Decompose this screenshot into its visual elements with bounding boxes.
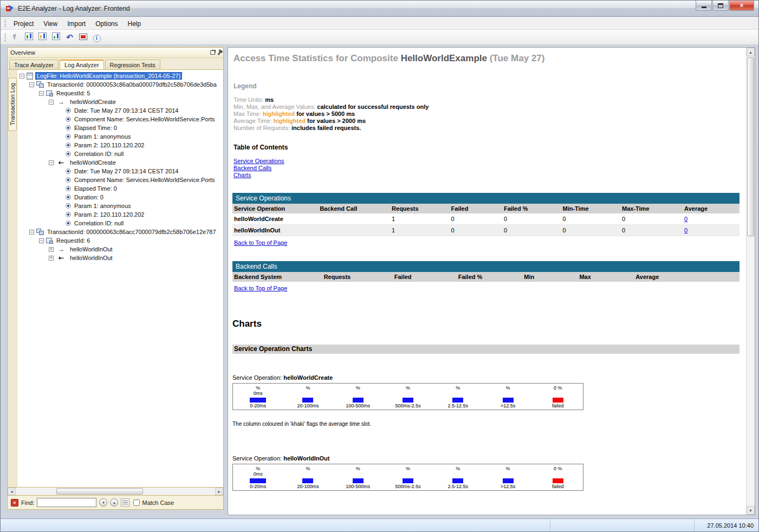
regression-chart-button[interactable] (50, 30, 62, 42)
legend-line: Number of Requests: includes failed requ… (233, 125, 739, 132)
report-vertical-scrollbar: ▲ ▼ (746, 48, 755, 515)
tree-node[interactable]: Elapsed Time: 0 (17, 124, 223, 132)
tree-node[interactable]: −LogFile: HelloWorldExample (transaction… (17, 72, 223, 80)
toc-link-backend-calls[interactable]: Backend Calls (233, 165, 739, 172)
menu-options[interactable]: Options (90, 18, 122, 29)
analyzer-chart-button[interactable] (36, 30, 49, 42)
expander-icon[interactable]: − (49, 100, 54, 105)
legend-label: Time Units: (233, 96, 265, 103)
tree-node[interactable]: −helloWorldCreate (17, 158, 223, 167)
toc-link-service-operations[interactable]: Service Operations (233, 158, 739, 165)
attribute-icon (66, 108, 71, 113)
tree-node[interactable]: Param 1: anonymous (17, 202, 223, 210)
screen-capture-button[interactable] (77, 31, 89, 43)
toc-link-charts[interactable]: Charts (233, 172, 739, 179)
attribute-icon (66, 220, 71, 226)
scroll-left-arrow-icon[interactable]: ◄ (8, 488, 16, 495)
tree-node[interactable]: +helloWorldInOut (17, 254, 223, 262)
regression-chart-icon (52, 33, 60, 40)
screen-capture-icon (79, 34, 87, 40)
pointer-button[interactable] (9, 31, 22, 43)
float-panel-icon[interactable] (210, 50, 215, 55)
menu-import[interactable]: Import (62, 18, 90, 29)
tab-log-analyzer[interactable]: Log Analyzer (60, 60, 104, 69)
pin-panel-icon[interactable] (218, 50, 222, 55)
undo-button[interactable]: ↶ (63, 31, 76, 43)
scrollbar-thumb[interactable] (56, 488, 143, 495)
find-label: Find: (21, 499, 34, 506)
tree-node[interactable]: Param 2: 120.110.120.202 (17, 141, 223, 150)
minimize-button[interactable] (696, 1, 712, 11)
scroll-right-arrow-icon[interactable]: ► (215, 488, 223, 495)
highlight-matches-button[interactable] (121, 498, 129, 507)
back-to-top-link[interactable]: Back to Top of Page (234, 285, 287, 291)
find-previous-button[interactable]: ▲ (110, 498, 118, 507)
expander-icon[interactable]: − (39, 238, 44, 243)
tree-node[interactable]: −RequestId: 5 (17, 89, 223, 98)
tree-node[interactable]: −helloWorldCreate (17, 98, 223, 106)
expander-icon[interactable]: − (39, 91, 44, 96)
scrollbar-thumb[interactable] (747, 57, 754, 236)
column-header-failed: Failed % (457, 272, 523, 282)
chart-column: %100-500ms (333, 384, 383, 410)
tree-node[interactable]: Date: Tue May 27 09:13:14 CEST 2014 (17, 167, 223, 176)
title-bar[interactable]: E2E Analyzer - Log Analyzer: Frontend × (1, 1, 758, 17)
chart-category-label: 0-20ms (250, 403, 266, 408)
chart-bar-blue (403, 398, 413, 403)
log-import-button[interactable] (23, 30, 35, 42)
overview-panel: Overview Trace AnalyzerLog AnalyzerRegre… (7, 47, 224, 510)
chart-percent-label: % (256, 466, 260, 471)
logfile-icon (27, 73, 33, 80)
info-button[interactable]: i (90, 33, 103, 44)
log-tree: −LogFile: HelloWorldExample (transaction… (17, 70, 223, 487)
tree-node[interactable]: Duration: 0 (17, 193, 223, 202)
tree-node[interactable]: −RequestId: 6 (17, 236, 223, 245)
tree-node[interactable]: Correlation ID: null (17, 150, 223, 158)
menu-project[interactable]: Project (9, 18, 38, 29)
tree-node[interactable]: Param 2: 120.110.120.202 (17, 210, 223, 219)
chart-column: %500ms-2.5s (383, 384, 433, 410)
average-link[interactable]: 0 (684, 227, 687, 233)
match-case-checkbox[interactable] (133, 499, 140, 506)
transaction-log-tab[interactable]: Transaction Log (8, 77, 17, 131)
back-to-top-link[interactable]: Back to Top of Page (234, 239, 287, 246)
expander-icon[interactable]: − (49, 160, 54, 165)
expander-icon[interactable]: − (29, 82, 34, 87)
tree-node[interactable]: Component Name: Services.HelloWorldServi… (17, 115, 223, 124)
menu-view[interactable]: View (38, 18, 62, 29)
expander-icon[interactable]: − (29, 230, 34, 235)
scroll-up-arrow-icon[interactable]: ▲ (747, 48, 755, 56)
maximize-button[interactable] (712, 1, 729, 11)
attribute-icon (66, 134, 71, 139)
report-title-prefix: Access Time Statistics for Composite (233, 53, 401, 63)
chart-column: %0ms0-20ms (233, 464, 283, 490)
find-input[interactable] (37, 498, 96, 507)
tab-regression-tests[interactable]: Regression Tests (105, 60, 160, 69)
expander-icon[interactable]: + (49, 256, 54, 261)
expander-icon[interactable]: − (20, 74, 24, 79)
status-datetime: 27.05.2014 10:40 (695, 519, 758, 531)
tree-node[interactable]: −TransactionId: 000000063c86acc7000079df… (17, 228, 223, 236)
tree-node[interactable]: Component Name: Services.HelloWorldServi… (17, 176, 223, 184)
tree-node[interactable]: Date: Tue May 27 09:13:14 CEST 2014 (17, 106, 223, 115)
tree-node[interactable]: −TransactionId: 000000053c86a0ba000079df… (17, 80, 223, 89)
scroll-down-arrow-icon[interactable]: ▼ (747, 506, 755, 515)
service-operations-band: Service Operations (232, 193, 739, 204)
chart-category-label: 20-100ms (297, 484, 319, 489)
find-close-icon[interactable]: × (11, 499, 18, 507)
tree-node[interactable]: +helloWorldInOut (17, 245, 223, 254)
tree-node[interactable]: Correlation ID: null (17, 219, 223, 228)
chart-title: Service Operation: helloWorldCreate (232, 374, 739, 381)
tab-trace-analyzer[interactable]: Trace Analyzer (9, 60, 59, 69)
tree-node[interactable]: Elapsed Time: 0 (17, 184, 223, 193)
find-next-button[interactable]: ▼ (99, 498, 107, 507)
tree-node[interactable]: Param 1: anonymous (17, 132, 223, 141)
expander-icon[interactable]: + (49, 247, 54, 252)
menu-help[interactable]: Help (123, 18, 146, 29)
close-button[interactable]: × (729, 1, 754, 11)
average-link[interactable]: 0 (684, 216, 687, 222)
service-operations-section: Service OperationsService OperationBacke… (232, 193, 739, 247)
panel-splitter[interactable] (224, 47, 228, 515)
legend-line: Max Time: highlighted for values > 5000 … (233, 111, 739, 118)
tree-node-label: Correlation ID: null (73, 220, 125, 226)
